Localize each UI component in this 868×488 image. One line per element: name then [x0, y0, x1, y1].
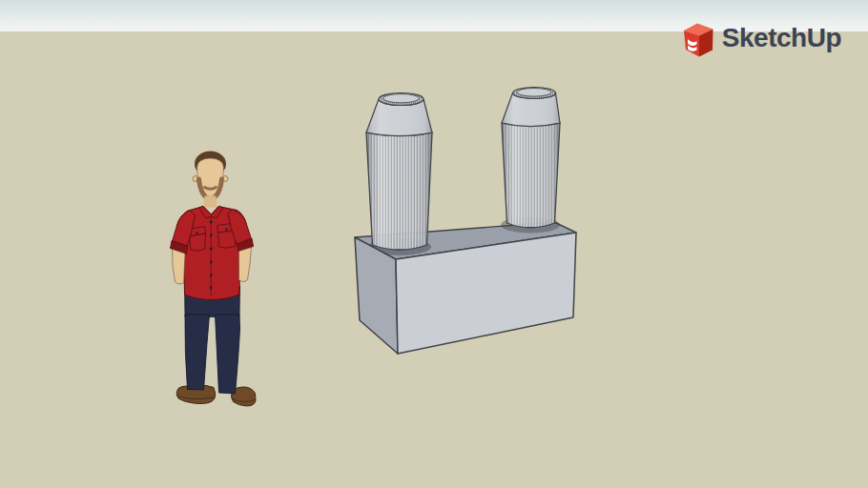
scale-figure-person — [171, 152, 257, 407]
sketchup-logo-text: SketchUp — [722, 20, 841, 56]
sketchup-viewport[interactable]: SketchUp — [0, 0, 868, 488]
forearm-left — [173, 250, 186, 284]
can-left-body-shading — [366, 132, 432, 250]
person-neck — [204, 196, 217, 208]
can-right-rim-inner — [517, 89, 551, 97]
person-pants — [185, 286, 240, 394]
pocket-left-body — [190, 234, 206, 251]
shirt-placket — [211, 216, 212, 296]
pants-leg-right — [216, 315, 240, 394]
sketchup-logo-icon — [681, 19, 716, 57]
scene-3d[interactable] — [0, 0, 868, 488]
can-left-rim-inner — [383, 94, 420, 103]
can-right-body-shading — [502, 123, 560, 228]
sketchup-logo[interactable]: SketchUp — [681, 19, 841, 57]
forearm-right — [239, 248, 252, 282]
pants-leg-left — [185, 315, 210, 390]
model-can-right — [502, 88, 560, 228]
model-can-left — [366, 93, 432, 251]
